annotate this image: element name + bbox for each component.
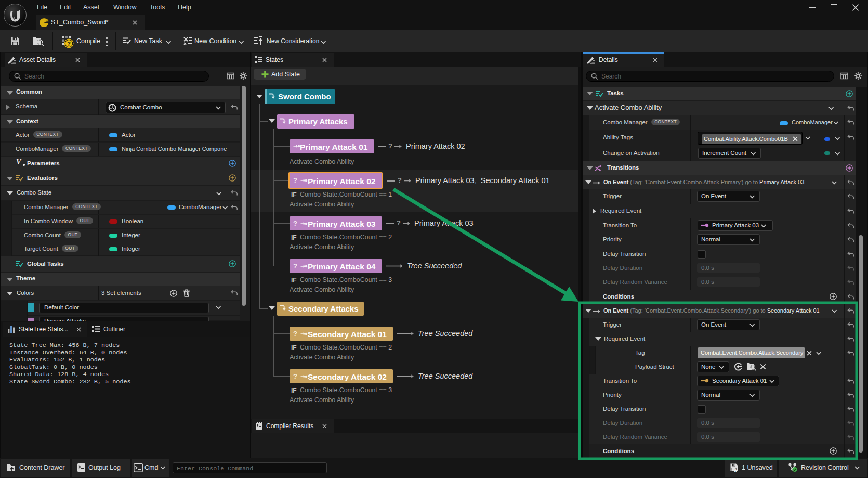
svg-text:?: ?: [67, 41, 71, 47]
